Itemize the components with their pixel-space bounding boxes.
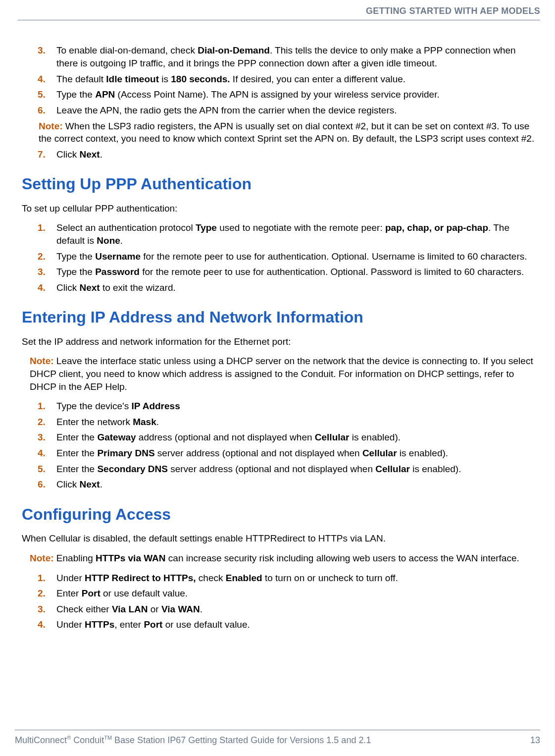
text: Under	[56, 573, 85, 583]
list-marker: 4.	[38, 73, 46, 86]
list-marker: 3.	[38, 266, 46, 278]
heading-ip: Entering IP Address and Network Informat…	[22, 307, 536, 328]
lead-ip: Set the IP address and network informati…	[22, 335, 536, 348]
bold-text: Port	[82, 588, 101, 598]
list-item: 5. Enter the Secondary DNS server addres…	[56, 463, 536, 476]
note-block: Note: When the LSP3 radio registers, the…	[22, 120, 536, 145]
list-marker: 5.	[38, 463, 46, 476]
list-marker: 1.	[38, 221, 46, 234]
list-item: 1. Under HTTP Redirect to HTTPs, check E…	[56, 572, 536, 585]
note-text: Leave the interface static unless using …	[30, 356, 533, 391]
text: Enter the	[56, 432, 97, 442]
bold-text: Enabled	[226, 573, 262, 583]
text: If desired, you can enter a different va…	[230, 74, 406, 84]
note-ip: Note: Leave the interface static unless …	[22, 355, 536, 393]
bold-text: Mask	[133, 417, 156, 427]
bold-text: Dial-on-Demand	[198, 45, 270, 55]
list-item: 2. Type the Username for the remote peer…	[56, 250, 536, 263]
text: server address (optional and not display…	[168, 464, 375, 474]
list-marker: 1.	[38, 572, 46, 585]
list-item: 4. The default Idle timeout is 180 secon…	[56, 73, 536, 86]
text: or use default value.	[162, 619, 250, 630]
list-marker: 4.	[38, 447, 46, 460]
list-item: 4. Under HTTPs, enter Port or use defaul…	[56, 618, 536, 631]
list-item: 2. Enter Port or use default value.	[56, 587, 536, 600]
list-item: 3. Check either Via LAN or Via WAN.	[56, 603, 536, 616]
text: MultiConnect	[15, 735, 67, 745]
text: is	[159, 74, 171, 84]
text: check	[196, 573, 226, 583]
list-continued: 3. To enable dial-on-demand, check Dial-…	[22, 44, 536, 116]
list-marker: 3.	[38, 431, 46, 444]
list-marker: 5.	[38, 88, 46, 101]
text: Enter the network	[56, 417, 133, 427]
text: Conduit	[71, 735, 104, 745]
note-access: Note: Enabling HTTPs via WAN can increas…	[22, 552, 536, 565]
list-item: 7. Click Next.	[56, 148, 536, 161]
text: server address (optional and not display…	[155, 448, 362, 458]
text: is enabled).	[410, 464, 461, 474]
text: for the remote peer to use for authentic…	[140, 267, 524, 277]
text: Enter	[56, 588, 82, 598]
text: .	[100, 149, 102, 160]
bold-text: HTTPs	[85, 619, 114, 630]
list-marker: 2.	[38, 587, 46, 600]
text: Enabling	[54, 553, 96, 563]
heading-access: Configuring Access	[22, 504, 536, 525]
list-marker: 3.	[38, 603, 46, 616]
list-item: 4. Click Next to exit the wizard.	[56, 281, 536, 294]
registered-icon: ®	[67, 735, 71, 741]
bold-text: pap, chap, or pap-chap	[385, 222, 488, 233]
text: Leave the APN, the radio gets the APN fr…	[56, 105, 397, 115]
list-ppp: 1. Select an authentication protocol Typ…	[22, 221, 536, 294]
text: Type the	[56, 89, 95, 100]
text: address (optional and not displayed when	[136, 432, 315, 442]
text: To enable dial-on-demand, check	[56, 45, 198, 55]
bold-text: Next	[79, 479, 100, 489]
running-header: GETTING STARTED WITH AEP MODELS	[18, 5, 540, 20]
bold-text: Idle timeout	[106, 74, 159, 84]
bold-text: HTTP Redirect to HTTPs,	[85, 573, 196, 583]
text: .	[156, 417, 159, 427]
text: Select an authentication protocol	[56, 222, 196, 233]
text: Under	[56, 619, 85, 630]
text: , enter	[114, 619, 144, 630]
list-item: 6. Leave the APN, the radio gets the APN…	[56, 104, 536, 117]
page-number: 13	[530, 734, 540, 746]
list-access: 1. Under HTTP Redirect to HTTPs, check E…	[22, 572, 536, 632]
text: .	[120, 235, 123, 246]
text: used to negotiate with the remote peer:	[217, 222, 385, 233]
list-item: 2. Enter the network Mask.	[56, 416, 536, 429]
list-marker: 2.	[38, 250, 46, 263]
list-item: 3. Type the Password for the remote peer…	[56, 266, 536, 278]
bold-text: Port	[144, 619, 162, 630]
list-item: 1. Type the device's IP Address	[56, 400, 536, 413]
note-text: When the LSP3 radio registers, the APN i…	[39, 121, 534, 144]
text: or	[148, 604, 161, 614]
list-ip: 1. Type the device's IP Address 2. Enter…	[22, 400, 536, 491]
text: Click	[56, 149, 79, 160]
list-marker: 3.	[38, 44, 46, 57]
list-item: 3. To enable dial-on-demand, check Dial-…	[56, 44, 536, 69]
list-marker: 6.	[38, 104, 46, 117]
list-marker: 4.	[38, 281, 46, 294]
text: Type the	[56, 251, 95, 262]
bold-text: Next	[79, 282, 100, 293]
lead-access: When Cellular is disabled, the default s…	[22, 532, 536, 545]
bold-text: Via WAN	[161, 604, 200, 614]
list-item: 1. Select an authentication protocol Typ…	[56, 221, 536, 247]
text: .	[200, 604, 202, 614]
note-label: Note:	[30, 553, 54, 563]
heading-ppp: Setting Up PPP Authentication	[22, 173, 536, 195]
list-item: 3. Enter the Gateway address (optional a…	[56, 431, 536, 444]
bold-text: Username	[95, 251, 141, 262]
bold-text: Cellular	[375, 464, 410, 474]
text: Click	[56, 282, 79, 293]
page-footer: MultiConnect® ConduitTM Base Station IP6…	[15, 730, 540, 746]
bold-text: Cellular	[362, 448, 397, 458]
list-item: 4. Enter the Primary DNS server address …	[56, 447, 536, 460]
text: Base Station IP67 Getting Started Guide …	[112, 735, 371, 745]
bold-text: None	[97, 235, 120, 246]
text: is enabled).	[397, 448, 449, 458]
text: for the remote peer to use for authentic…	[141, 251, 527, 262]
